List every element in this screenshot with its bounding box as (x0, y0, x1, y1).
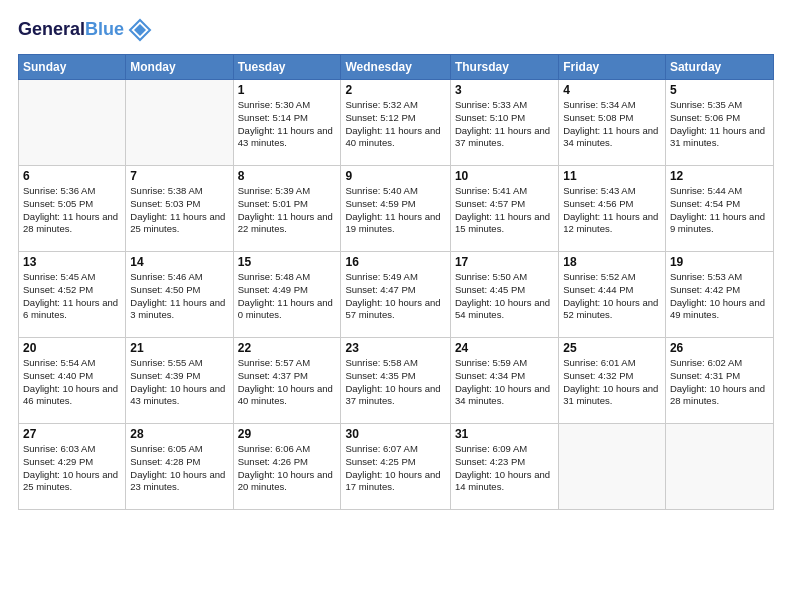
day-number: 24 (455, 341, 554, 355)
day-of-week-header: Wednesday (341, 55, 450, 80)
calendar-cell: 6Sunrise: 5:36 AMSunset: 5:05 PMDaylight… (19, 166, 126, 252)
calendar-table: SundayMondayTuesdayWednesdayThursdayFrid… (18, 54, 774, 510)
day-info: Sunrise: 6:07 AMSunset: 4:25 PMDaylight:… (345, 443, 445, 494)
day-of-week-header: Monday (126, 55, 233, 80)
calendar-week-row: 6Sunrise: 5:36 AMSunset: 5:05 PMDaylight… (19, 166, 774, 252)
calendar-cell: 5Sunrise: 5:35 AMSunset: 5:06 PMDaylight… (665, 80, 773, 166)
day-number: 25 (563, 341, 661, 355)
calendar-cell: 1Sunrise: 5:30 AMSunset: 5:14 PMDaylight… (233, 80, 341, 166)
day-info: Sunrise: 6:09 AMSunset: 4:23 PMDaylight:… (455, 443, 554, 494)
day-info: Sunrise: 5:54 AMSunset: 4:40 PMDaylight:… (23, 357, 121, 408)
calendar-cell (19, 80, 126, 166)
calendar-cell: 8Sunrise: 5:39 AMSunset: 5:01 PMDaylight… (233, 166, 341, 252)
day-number: 15 (238, 255, 337, 269)
day-info: Sunrise: 6:05 AMSunset: 4:28 PMDaylight:… (130, 443, 228, 494)
calendar-cell: 17Sunrise: 5:50 AMSunset: 4:45 PMDayligh… (450, 252, 558, 338)
page-header: GeneralBlue (18, 16, 774, 44)
calendar-cell (665, 424, 773, 510)
day-number: 30 (345, 427, 445, 441)
day-info: Sunrise: 5:46 AMSunset: 4:50 PMDaylight:… (130, 271, 228, 322)
calendar-cell: 12Sunrise: 5:44 AMSunset: 4:54 PMDayligh… (665, 166, 773, 252)
calendar-cell: 15Sunrise: 5:48 AMSunset: 4:49 PMDayligh… (233, 252, 341, 338)
day-number: 20 (23, 341, 121, 355)
day-of-week-header: Tuesday (233, 55, 341, 80)
calendar-cell: 18Sunrise: 5:52 AMSunset: 4:44 PMDayligh… (559, 252, 666, 338)
calendar-cell: 19Sunrise: 5:53 AMSunset: 4:42 PMDayligh… (665, 252, 773, 338)
day-info: Sunrise: 6:01 AMSunset: 4:32 PMDaylight:… (563, 357, 661, 408)
day-number: 1 (238, 83, 337, 97)
day-info: Sunrise: 6:03 AMSunset: 4:29 PMDaylight:… (23, 443, 121, 494)
day-info: Sunrise: 5:39 AMSunset: 5:01 PMDaylight:… (238, 185, 337, 236)
day-number: 11 (563, 169, 661, 183)
calendar-cell: 2Sunrise: 5:32 AMSunset: 5:12 PMDaylight… (341, 80, 450, 166)
day-info: Sunrise: 5:50 AMSunset: 4:45 PMDaylight:… (455, 271, 554, 322)
calendar-cell: 3Sunrise: 5:33 AMSunset: 5:10 PMDaylight… (450, 80, 558, 166)
calendar-cell: 24Sunrise: 5:59 AMSunset: 4:34 PMDayligh… (450, 338, 558, 424)
day-info: Sunrise: 6:06 AMSunset: 4:26 PMDaylight:… (238, 443, 337, 494)
day-info: Sunrise: 5:53 AMSunset: 4:42 PMDaylight:… (670, 271, 769, 322)
day-number: 9 (345, 169, 445, 183)
day-number: 12 (670, 169, 769, 183)
day-info: Sunrise: 5:32 AMSunset: 5:12 PMDaylight:… (345, 99, 445, 150)
day-info: Sunrise: 5:44 AMSunset: 4:54 PMDaylight:… (670, 185, 769, 236)
day-info: Sunrise: 5:58 AMSunset: 4:35 PMDaylight:… (345, 357, 445, 408)
day-number: 23 (345, 341, 445, 355)
logo-icon (126, 16, 154, 44)
day-info: Sunrise: 5:35 AMSunset: 5:06 PMDaylight:… (670, 99, 769, 150)
day-number: 18 (563, 255, 661, 269)
calendar-cell: 30Sunrise: 6:07 AMSunset: 4:25 PMDayligh… (341, 424, 450, 510)
day-number: 19 (670, 255, 769, 269)
calendar-cell: 20Sunrise: 5:54 AMSunset: 4:40 PMDayligh… (19, 338, 126, 424)
day-info: Sunrise: 5:30 AMSunset: 5:14 PMDaylight:… (238, 99, 337, 150)
day-info: Sunrise: 5:40 AMSunset: 4:59 PMDaylight:… (345, 185, 445, 236)
day-info: Sunrise: 5:49 AMSunset: 4:47 PMDaylight:… (345, 271, 445, 322)
day-number: 26 (670, 341, 769, 355)
svg-marker-1 (134, 24, 146, 36)
day-info: Sunrise: 5:36 AMSunset: 5:05 PMDaylight:… (23, 185, 121, 236)
calendar-cell: 31Sunrise: 6:09 AMSunset: 4:23 PMDayligh… (450, 424, 558, 510)
calendar-cell (559, 424, 666, 510)
day-number: 4 (563, 83, 661, 97)
day-of-week-header: Sunday (19, 55, 126, 80)
calendar-cell: 21Sunrise: 5:55 AMSunset: 4:39 PMDayligh… (126, 338, 233, 424)
day-number: 5 (670, 83, 769, 97)
day-number: 29 (238, 427, 337, 441)
logo: GeneralBlue (18, 16, 154, 44)
day-info: Sunrise: 5:52 AMSunset: 4:44 PMDaylight:… (563, 271, 661, 322)
day-number: 28 (130, 427, 228, 441)
calendar-cell: 29Sunrise: 6:06 AMSunset: 4:26 PMDayligh… (233, 424, 341, 510)
calendar-week-row: 1Sunrise: 5:30 AMSunset: 5:14 PMDaylight… (19, 80, 774, 166)
logo-text: GeneralBlue (18, 20, 124, 40)
day-number: 17 (455, 255, 554, 269)
day-info: Sunrise: 5:41 AMSunset: 4:57 PMDaylight:… (455, 185, 554, 236)
day-number: 31 (455, 427, 554, 441)
calendar-week-row: 27Sunrise: 6:03 AMSunset: 4:29 PMDayligh… (19, 424, 774, 510)
calendar-cell: 7Sunrise: 5:38 AMSunset: 5:03 PMDaylight… (126, 166, 233, 252)
day-info: Sunrise: 5:55 AMSunset: 4:39 PMDaylight:… (130, 357, 228, 408)
calendar-cell: 14Sunrise: 5:46 AMSunset: 4:50 PMDayligh… (126, 252, 233, 338)
day-info: Sunrise: 5:48 AMSunset: 4:49 PMDaylight:… (238, 271, 337, 322)
day-info: Sunrise: 5:43 AMSunset: 4:56 PMDaylight:… (563, 185, 661, 236)
day-number: 14 (130, 255, 228, 269)
calendar-cell (126, 80, 233, 166)
day-info: Sunrise: 5:33 AMSunset: 5:10 PMDaylight:… (455, 99, 554, 150)
day-number: 6 (23, 169, 121, 183)
day-number: 10 (455, 169, 554, 183)
calendar-cell: 13Sunrise: 5:45 AMSunset: 4:52 PMDayligh… (19, 252, 126, 338)
calendar-cell: 4Sunrise: 5:34 AMSunset: 5:08 PMDaylight… (559, 80, 666, 166)
calendar-cell: 10Sunrise: 5:41 AMSunset: 4:57 PMDayligh… (450, 166, 558, 252)
day-of-week-header: Thursday (450, 55, 558, 80)
day-number: 16 (345, 255, 445, 269)
day-info: Sunrise: 5:45 AMSunset: 4:52 PMDaylight:… (23, 271, 121, 322)
day-info: Sunrise: 5:38 AMSunset: 5:03 PMDaylight:… (130, 185, 228, 236)
calendar-header-row: SundayMondayTuesdayWednesdayThursdayFrid… (19, 55, 774, 80)
calendar-cell: 27Sunrise: 6:03 AMSunset: 4:29 PMDayligh… (19, 424, 126, 510)
calendar-week-row: 20Sunrise: 5:54 AMSunset: 4:40 PMDayligh… (19, 338, 774, 424)
day-number: 27 (23, 427, 121, 441)
day-of-week-header: Saturday (665, 55, 773, 80)
calendar-cell: 28Sunrise: 6:05 AMSunset: 4:28 PMDayligh… (126, 424, 233, 510)
day-number: 21 (130, 341, 228, 355)
day-number: 7 (130, 169, 228, 183)
calendar-cell: 22Sunrise: 5:57 AMSunset: 4:37 PMDayligh… (233, 338, 341, 424)
day-info: Sunrise: 5:57 AMSunset: 4:37 PMDaylight:… (238, 357, 337, 408)
